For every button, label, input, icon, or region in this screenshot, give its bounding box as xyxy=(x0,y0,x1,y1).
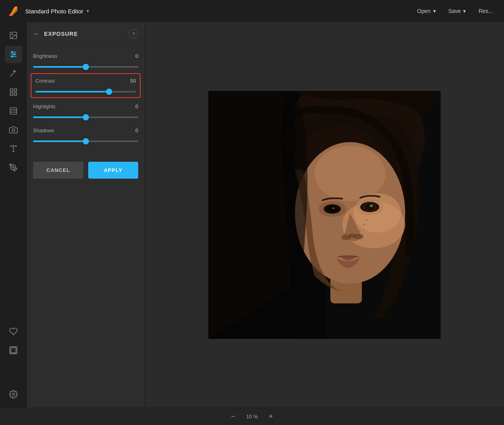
topbar: Standard Photo Editor ▾ Open ▾ Save ▾ Re… xyxy=(0,0,504,22)
brightness-value: 0 xyxy=(126,53,138,59)
svg-point-40 xyxy=(370,205,373,207)
cancel-button[interactable]: CANCEL xyxy=(33,162,83,179)
zoom-in-button[interactable]: + xyxy=(266,412,276,421)
highlights-value: 0 xyxy=(126,103,138,109)
sidebar-item-adjustments[interactable] xyxy=(5,46,22,63)
svg-rect-21 xyxy=(11,348,16,353)
shadows-label: Shadows xyxy=(33,128,54,133)
photo-frame xyxy=(208,91,441,339)
sidebar-item-frame[interactable] xyxy=(5,342,22,359)
svg-line-8 xyxy=(10,73,14,76)
svg-point-45 xyxy=(366,219,368,221)
sidebar-item-grid[interactable] xyxy=(5,83,22,101)
svg-point-39 xyxy=(365,203,374,211)
svg-point-35 xyxy=(328,206,336,212)
contrast-slider[interactable] xyxy=(35,91,136,92)
svg-rect-12 xyxy=(14,93,17,95)
shadows-value: 0 xyxy=(126,128,138,133)
svg-point-46 xyxy=(359,230,361,231)
brightness-slider-group: Brightness 0 xyxy=(27,49,145,73)
shadows-slider[interactable] xyxy=(33,140,138,142)
open-button[interactable]: Open ▾ xyxy=(411,6,442,17)
photo-container xyxy=(145,22,504,408)
svg-rect-9 xyxy=(10,89,13,91)
sidebar-item-settings[interactable] xyxy=(5,386,22,403)
sidebar-item-magic-wand[interactable] xyxy=(5,65,22,82)
save-label: Save xyxy=(448,8,461,14)
panel-title: EXPOSURE xyxy=(44,31,129,37)
app-title-dropdown[interactable]: Standard Photo Editor ▾ xyxy=(25,8,89,15)
exposure-panel: ← EXPOSURE ? Brightness 0 Contrast 50 xyxy=(27,22,145,408)
apply-button[interactable]: APPLY xyxy=(88,162,139,179)
zoom-level-display: 10 % xyxy=(244,414,260,419)
icon-sidebar xyxy=(0,22,27,408)
svg-point-22 xyxy=(12,393,15,395)
open-chevron: ▾ xyxy=(433,8,436,14)
contrast-slider-group: Contrast 50 xyxy=(31,73,141,98)
app-logo xyxy=(5,3,20,19)
svg-point-36 xyxy=(332,207,335,209)
svg-point-47 xyxy=(341,228,343,229)
highlights-slider[interactable] xyxy=(33,116,138,118)
panel-header: ← EXPOSURE ? xyxy=(27,22,145,46)
svg-point-1 xyxy=(11,33,13,35)
brightness-slider[interactable] xyxy=(33,66,138,68)
help-button[interactable]: ? xyxy=(129,29,138,39)
highlights-slider-group: Highlights 0 xyxy=(27,100,145,124)
bottom-bar: − 10 % + xyxy=(0,408,504,425)
svg-rect-13 xyxy=(10,108,17,115)
sliders-container: Brightness 0 Contrast 50 Highlights 0 xyxy=(27,46,145,151)
zoom-out-button[interactable]: − xyxy=(228,412,238,421)
reset-button[interactable]: Res... xyxy=(472,6,499,17)
photo-placeholder xyxy=(208,91,441,339)
sidebar-item-image[interactable] xyxy=(5,27,22,44)
contrast-label: Contrast xyxy=(35,78,55,84)
app-title-chevron: ▾ xyxy=(87,8,89,14)
svg-point-16 xyxy=(12,129,15,131)
svg-point-7 xyxy=(11,56,13,57)
sidebar-item-text[interactable] xyxy=(5,140,22,157)
svg-point-19 xyxy=(12,166,14,168)
sidebar-item-brush[interactable] xyxy=(5,159,22,176)
sidebar-item-layout[interactable] xyxy=(5,102,22,120)
back-button[interactable]: ← xyxy=(33,30,40,37)
panel-buttons: CANCEL APPLY xyxy=(27,154,145,187)
svg-point-43 xyxy=(348,233,356,238)
save-button[interactable]: Save ▾ xyxy=(442,6,472,17)
reset-label: Res... xyxy=(478,8,493,14)
brightness-label: Brightness xyxy=(33,53,57,59)
save-chevron: ▾ xyxy=(463,8,466,14)
shadows-slider-group: Shadows 0 xyxy=(27,124,145,148)
svg-point-44 xyxy=(363,224,365,226)
open-label: Open xyxy=(417,8,430,14)
sidebar-item-camera[interactable] xyxy=(5,121,22,139)
sidebar-item-heart[interactable] xyxy=(5,323,22,340)
app-title: Standard Photo Editor xyxy=(25,8,83,15)
svg-point-6 xyxy=(14,54,15,55)
svg-point-5 xyxy=(11,52,13,53)
main-area: ← EXPOSURE ? Brightness 0 Contrast 50 xyxy=(0,22,504,408)
highlights-label: Highlights xyxy=(33,103,56,109)
svg-rect-10 xyxy=(14,89,17,91)
svg-point-28 xyxy=(315,146,385,201)
canvas-area xyxy=(145,22,504,408)
svg-rect-11 xyxy=(10,93,13,95)
contrast-value: 50 xyxy=(124,78,136,84)
